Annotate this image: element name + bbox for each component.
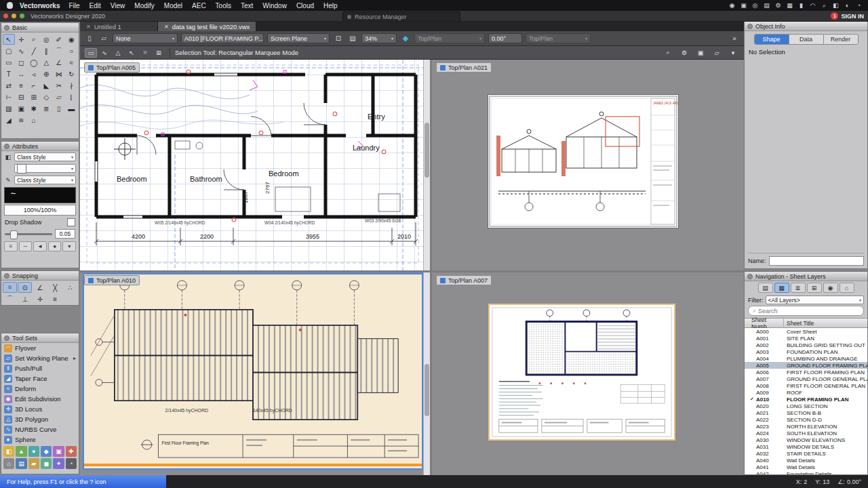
viewport-label-a021[interactable]: Top/Plan A021 — [436, 62, 492, 73]
offset-tool[interactable]: ≡ — [16, 80, 28, 91]
toolset-edit-subdivision[interactable]: ◉ Edit Subdivision — [1, 394, 79, 404]
attr-menu-button[interactable]: ▾ — [62, 241, 76, 251]
toolset-flyover[interactable]: ◠ Flyover — [1, 343, 79, 353]
layer-options-icon[interactable]: ▤ — [347, 35, 358, 42]
chevron-down-icon[interactable]: ▾ — [727, 48, 739, 58]
menu-item[interactable]: Cloud — [292, 2, 319, 9]
line-type-button[interactable]: ─ — [19, 241, 33, 251]
pen-style-dropdown[interactable]: Class Style ▾ — [14, 176, 76, 184]
palette-close-icon[interactable] — [747, 274, 753, 279]
palette-close-icon[interactable] — [4, 336, 9, 341]
tape-measure-tool[interactable]: ⌊ — [66, 92, 78, 102]
active-layer-dropdown[interactable]: A010 [FLOOR FRAMING P... ▾ — [181, 33, 264, 43]
category-visualization-icon[interactable]: ▰ — [28, 458, 39, 469]
palette-close-icon[interactable] — [747, 24, 753, 29]
sheet-row[interactable]: A020 LONG SECTION — [745, 403, 867, 409]
sheet-row[interactable]: A041 Wall Details — [745, 464, 867, 470]
category-dims-icon[interactable]: ✚ — [66, 446, 77, 457]
intersection-snap-icon[interactable]: ╳ — [48, 282, 62, 293]
double-line-tool[interactable]: ∥ — [41, 45, 53, 56]
classes-icon[interactable]: ≣ — [791, 283, 806, 293]
column-tool[interactable]: ▯ — [53, 103, 65, 114]
sheet-row[interactable]: A021 SECTION B-B — [745, 409, 867, 416]
category-landscape-icon[interactable]: ◼ — [41, 458, 52, 469]
shear-tool[interactable]: ▱ — [53, 92, 65, 102]
selection-tool[interactable]: ↖ — [3, 34, 15, 45]
sheet-row[interactable]: A040 Wall Details — [745, 457, 867, 464]
viewport-label-a007[interactable]: Top/Plan A007 — [436, 275, 492, 285]
object-info-tab[interactable]: Render — [824, 35, 858, 44]
category-lighting-icon[interactable]: ✦ — [53, 458, 64, 469]
sheet-row[interactable]: A042 Foundation Details — [745, 470, 867, 474]
menu-item[interactable]: Modify — [130, 2, 159, 9]
eyedropper-tool[interactable]: ✐ — [53, 34, 65, 45]
hatch-tool[interactable]: ▨ — [3, 103, 15, 114]
display-icon[interactable]: ▤ — [762, 2, 772, 9]
references-icon[interactable]: ⌂ — [840, 283, 854, 293]
folder-icon[interactable]: ▱ — [711, 48, 723, 58]
smart-point-snap-icon[interactable]: ✛ — [33, 293, 47, 304]
chamfer-tool[interactable]: ◣ — [41, 80, 53, 91]
render-mode-dropdown[interactable]: Top/Plan ▾ — [526, 33, 591, 43]
menu-item[interactable]: AEC — [187, 2, 211, 9]
circle-tool[interactable]: ○ — [66, 45, 78, 56]
pen-icon[interactable]: ✎ — [4, 177, 12, 184]
menu-item[interactable]: Edit — [85, 2, 106, 9]
snap-loupe-tool[interactable]: ◎ — [41, 34, 53, 45]
marker-button[interactable]: ● — [48, 241, 62, 251]
document-tab[interactable]: ✕ Untitled 1 — [80, 22, 158, 31]
magnifier-icon[interactable]: ⌕ — [662, 48, 674, 58]
line-tool[interactable]: ╱ — [28, 45, 40, 56]
grid-mode-icon[interactable]: ⌗ — [139, 48, 151, 58]
perpendicular-snap-icon[interactable]: ⊥ — [18, 293, 32, 304]
toolbar-overflow-icon[interactable]: » — [729, 35, 740, 42]
category-3d-icon[interactable]: ● — [28, 446, 39, 457]
sheet-row[interactable]: A003 FOUNDATION PLAN — [745, 348, 867, 355]
sheet-row[interactable]: A008 FIRST FLOOR GENERAL PLAN — [745, 382, 867, 389]
sheet-row[interactable]: A007 GROUND FLOOR GENERAL PLAN — [745, 375, 867, 382]
oval-tool[interactable]: ◯ — [28, 57, 40, 68]
clip-tool[interactable]: ⊟ — [16, 92, 28, 102]
polygon-marquee-mode-icon[interactable]: △ — [112, 48, 124, 58]
category-misc-icon[interactable]: ◔ — [66, 458, 77, 469]
viewport-pane-a021[interactable]: Top/Plan A021 JAMES JACK ARCHITECT L — [432, 60, 744, 270]
toolset-nurbs-curve[interactable]: ∿ NURBS Curve — [1, 424, 79, 434]
distance-snap-icon[interactable]: ∴ — [63, 282, 77, 293]
control-center-icon[interactable]: ◧ — [831, 2, 841, 9]
mirroring-icon[interactable]: ▣ — [738, 2, 749, 9]
toolset-deform[interactable]: ≈ Deform — [1, 384, 79, 394]
ramp-tool[interactable]: ◢ — [3, 115, 15, 125]
category-basic-icon[interactable]: ◧ — [3, 446, 14, 457]
sheet-row[interactable]: A030 WINDOW ELEVATIONS — [745, 436, 867, 443]
camera-icon[interactable]: ◎ — [750, 2, 760, 9]
sheet-row[interactable]: A000 Cover Sheet — [745, 328, 867, 335]
category-walls-icon[interactable]: ▲ — [16, 446, 26, 457]
fillet-tool[interactable]: ⌐ — [28, 80, 40, 91]
rotation-angle-field[interactable]: 0.00° — [488, 33, 522, 43]
column-header-title[interactable]: Sheet Title — [784, 320, 867, 327]
palette-close-icon[interactable] — [4, 25, 9, 30]
close-window-icon[interactable] — [3, 14, 8, 18]
combine-tool[interactable]: ⊞ — [28, 92, 40, 102]
symbol-insertion-tool[interactable]: ✱ — [28, 103, 40, 114]
rotate-tool[interactable]: ↻ — [66, 68, 78, 79]
category-furniture-icon[interactable]: ▤ — [16, 458, 26, 469]
fit-to-objects-icon[interactable]: ⊡ — [333, 35, 344, 42]
image-tool[interactable]: ▣ — [16, 103, 28, 114]
sheet-row[interactable]: A024 SOUTH ELEVATION — [745, 430, 867, 436]
dimension-tool[interactable]: ↔ — [16, 68, 28, 79]
marquee-tool[interactable]: ▢ — [3, 45, 15, 56]
text-tool[interactable]: T — [3, 68, 15, 79]
viewport-pane-a005[interactable]: Top/Plan A005 — [80, 60, 430, 270]
move-by-points-tool[interactable]: ⇄ — [3, 80, 15, 91]
close-tab-icon[interactable]: ✕ — [86, 24, 91, 30]
sheet-a021[interactable]: JAMES JACK ARCHITECT LTD — [488, 95, 678, 228]
menu-item[interactable]: Tools — [211, 2, 236, 9]
search-field[interactable]: ⌕ — [748, 306, 864, 316]
sheet-row[interactable]: A023 NORTH ELEVATION — [745, 423, 867, 430]
polygon-tool[interactable]: △ — [41, 57, 53, 68]
sheet-row[interactable]: A032 STAIR DETAILS — [745, 450, 867, 457]
rounded-rectangle-tool[interactable]: ◻ — [16, 57, 28, 68]
lasso-marquee-mode-icon[interactable]: ∿ — [98, 48, 111, 58]
zoom-field[interactable]: 34% ▾ — [361, 33, 397, 43]
